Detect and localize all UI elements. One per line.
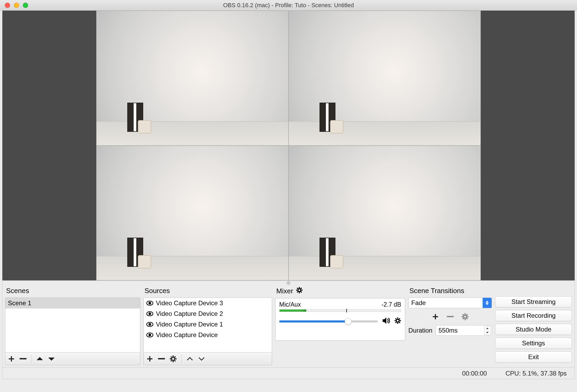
sources-list[interactable]: Video Capture Device 3 Video Capture Dev… — [143, 298, 272, 352]
transition-selected: Fade — [411, 299, 426, 307]
transitions-header: Scene Transitions — [408, 285, 492, 298]
scene-row[interactable]: Scene 1 — [5, 298, 140, 308]
exit-button[interactable]: Exit — [495, 351, 572, 363]
eye-icon[interactable] — [146, 311, 153, 316]
svg-line-25 — [301, 292, 301, 293]
scenes-panel: Scenes Scene 1 — [5, 285, 140, 365]
zoom-window-button[interactable] — [23, 3, 28, 8]
chevron-down-icon — [48, 356, 55, 361]
source-row-label: Video Capture Device 2 — [156, 310, 223, 317]
scenes-list[interactable]: Scene 1 — [5, 298, 140, 352]
close-window-button[interactable] — [5, 3, 10, 8]
eye-icon[interactable] — [146, 333, 153, 337]
minus-icon — [447, 316, 454, 318]
window-controls — [0, 3, 28, 8]
audio-meter — [279, 309, 401, 312]
scenes-move-up-button[interactable] — [36, 354, 44, 364]
svg-line-15 — [171, 356, 172, 357]
svg-line-17 — [175, 356, 176, 357]
separator — [31, 355, 32, 363]
titlebar: OBS 0.16.2 (mac) - Profile: Tuto - Scene… — [0, 0, 577, 11]
eye-icon[interactable] — [146, 301, 153, 306]
svg-point-38 — [464, 315, 467, 318]
scene-row-label: Scene 1 — [8, 299, 31, 307]
chevron-up-icon — [36, 356, 43, 361]
spinner-up[interactable] — [484, 326, 490, 330]
scenes-add-button[interactable] — [7, 354, 15, 364]
transition-remove-button[interactable] — [446, 312, 454, 321]
minus-icon — [158, 358, 165, 360]
select-stepper-icon — [483, 298, 492, 308]
transitions-panel: Scene Transitions Fade Duration — [408, 285, 492, 365]
source-row[interactable]: Video Capture Device 2 — [144, 308, 272, 319]
lower-panels: Scenes Scene 1 — [2, 285, 575, 367]
svg-line-43 — [463, 314, 464, 315]
transition-settings-button[interactable] — [461, 312, 469, 321]
plus-icon — [146, 355, 153, 362]
source-row-label: Video Capture Device 1 — [156, 321, 223, 328]
preview-area — [2, 11, 575, 281]
svg-point-10 — [172, 357, 175, 360]
gear-icon — [169, 355, 177, 363]
channel-settings-button[interactable] — [394, 317, 401, 326]
app-window: Scenes Scene 1 — [2, 11, 575, 379]
spinner-down[interactable] — [484, 330, 490, 335]
scenes-toolbar — [5, 352, 140, 365]
mixer-header: Mixer — [275, 285, 405, 298]
sources-add-button[interactable] — [146, 354, 154, 364]
preview-feed-3[interactable] — [96, 146, 288, 281]
spinner-stepper[interactable] — [484, 326, 491, 335]
mixer-channel-name: Mic/Aux — [279, 301, 301, 308]
sources-panel: Sources Video Capture Device 3 Video Cap… — [143, 285, 272, 365]
svg-line-35 — [399, 319, 400, 319]
chevron-down-icon — [198, 356, 205, 361]
preview-canvas[interactable] — [96, 11, 481, 280]
svg-line-46 — [463, 318, 464, 319]
mixer-channel: Mic/Aux -2.7 dB — [275, 298, 405, 341]
transition-select[interactable]: Fade — [408, 298, 492, 308]
gear-icon — [394, 317, 401, 324]
separator — [181, 355, 182, 363]
sources-move-down-button[interactable] — [198, 354, 206, 364]
source-row[interactable]: Video Capture Device 3 — [144, 298, 272, 308]
svg-rect-37 — [447, 316, 454, 317]
sources-remove-button[interactable] — [158, 354, 165, 364]
settings-button[interactable]: Settings — [495, 338, 572, 349]
status-time: 00:00:00 — [462, 370, 487, 377]
svg-line-24 — [297, 288, 298, 289]
eye-icon[interactable] — [146, 322, 153, 327]
mixer-settings-button[interactable] — [296, 287, 303, 295]
preview-feed-1[interactable] — [96, 11, 288, 146]
svg-line-26 — [301, 288, 301, 289]
svg-line-34 — [399, 322, 400, 323]
preview-feed-2[interactable] — [288, 11, 481, 146]
svg-line-33 — [396, 319, 396, 319]
mixer-panel: Mixer Mic/Aux -2.7 dB — [275, 285, 405, 365]
scenes-remove-button[interactable] — [19, 354, 27, 364]
svg-line-45 — [467, 314, 467, 315]
volume-slider[interactable] — [279, 320, 378, 323]
start-recording-button[interactable]: Start Recording — [495, 310, 572, 321]
duration-label: Duration — [408, 327, 432, 334]
vertical-resize-handle[interactable] — [2, 281, 575, 285]
svg-line-44 — [467, 318, 467, 319]
mute-button[interactable] — [382, 317, 390, 326]
sources-move-up-button[interactable] — [186, 354, 194, 364]
transition-add-button[interactable] — [431, 312, 439, 321]
svg-point-8 — [148, 334, 151, 336]
source-row[interactable]: Video Capture Device 1 — [144, 319, 272, 330]
minimize-window-button[interactable] — [14, 3, 19, 8]
svg-rect-9 — [158, 358, 165, 359]
duration-spinner[interactable]: 550ms — [436, 325, 492, 336]
scenes-move-down-button[interactable] — [47, 354, 55, 364]
studio-mode-button[interactable]: Studio Mode — [495, 324, 572, 335]
start-streaming-button[interactable]: Start Streaming — [495, 296, 572, 307]
svg-rect-0 — [20, 358, 27, 359]
scenes-header: Scenes — [5, 285, 140, 298]
source-row[interactable]: Video Capture Device — [144, 330, 272, 340]
plus-icon — [8, 355, 15, 362]
preview-feed-4[interactable] — [288, 146, 481, 281]
sources-properties-button[interactable] — [169, 354, 177, 364]
mixer-header-label: Mixer — [276, 287, 293, 295]
source-row-label: Video Capture Device 3 — [156, 299, 223, 307]
